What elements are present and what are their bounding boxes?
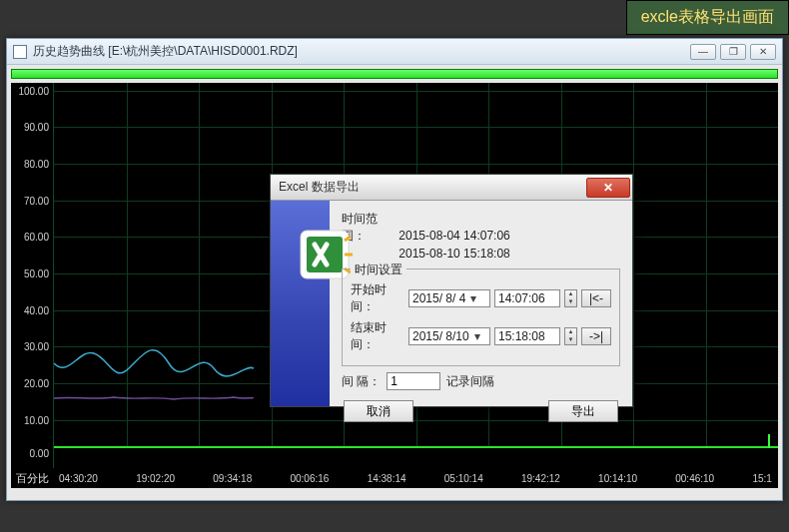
y-tick: 70.00 [11, 195, 49, 206]
x-tick: 19:02:20 [136, 473, 175, 484]
interval-input[interactable] [387, 372, 440, 390]
time-settings-group: 时间设置 开始时间： 2015/ 8/ 4▾ 14:07:06 ▲▼ |<- 结… [342, 268, 620, 366]
y-tick: 90.00 [11, 122, 49, 133]
interval-label: 间 隔： [342, 373, 381, 390]
y-tick: 100.00 [11, 85, 49, 96]
dialog-titlebar[interactable]: Excel 数据导出 ✕ [271, 175, 632, 201]
x-tick: 14:38:14 [368, 473, 406, 484]
range-from: 2015-08-04 14:07:06 [398, 229, 509, 243]
y-tick: 50.00 [11, 268, 49, 279]
export-button[interactable]: 导出 [548, 400, 618, 422]
y-tick: 30.00 [11, 341, 49, 352]
chevron-down-icon: ▾ [471, 329, 483, 343]
y-axis-label: 百分比 [11, 471, 53, 486]
dialog-close-button[interactable]: ✕ [586, 178, 630, 198]
progress-bar [11, 69, 778, 79]
end-date-picker[interactable]: 2015/ 8/10▾ [408, 327, 490, 345]
interval-unit: 记录间隔 [446, 373, 494, 390]
cancel-button[interactable]: 取消 [344, 400, 413, 422]
y-tick: 60.00 [11, 232, 49, 243]
chevron-down-icon: ▾ [467, 291, 479, 305]
minimize-button[interactable]: — [690, 44, 716, 60]
x-tick: 00:46:10 [675, 473, 714, 484]
svg-rect-1 [307, 237, 343, 272]
x-tick: 05:10:14 [444, 473, 483, 484]
dialog-sidebar [271, 201, 330, 406]
end-time-picker[interactable]: 15:18:08 [494, 327, 560, 345]
start-time-spinner[interactable]: ▲▼ [564, 289, 577, 307]
x-axis: 百分比 04:30:20 19:02:20 09:34:18 00:06:16 … [11, 468, 778, 488]
start-time-label: 开始时间： [351, 281, 404, 315]
start-time-picker[interactable]: 14:07:06 [494, 289, 560, 307]
x-tick: 15:1 [752, 473, 771, 484]
y-tick: 0.00 [11, 447, 49, 458]
maximize-button[interactable]: ❐ [720, 44, 746, 60]
export-dialog: Excel 数据导出 ✕ 时间范围： 2015-08-04 14:07:06 2… [270, 174, 633, 407]
end-time-spinner[interactable]: ▲▼ [564, 327, 577, 345]
close-button[interactable]: ✕ [750, 44, 776, 60]
time-settings-legend: 时间设置 [351, 262, 406, 278]
y-tick: 80.00 [11, 159, 49, 170]
annotation-badge: excle表格导出画面 [626, 0, 789, 35]
trend-curves [54, 268, 254, 448]
window-title: 历史趋势曲线 [E:\杭州美控\DATA\HISD0001.RDZ] [33, 43, 690, 60]
titlebar[interactable]: 历史趋势曲线 [E:\杭州美控\DATA\HISD0001.RDZ] — ❐ ✕ [7, 39, 782, 65]
document-icon [13, 45, 27, 59]
start-date-picker[interactable]: 2015/ 8/ 4▾ [408, 289, 490, 307]
data-spike [768, 434, 770, 448]
y-axis: 100.00 90.00 80.00 70.00 60.00 50.00 40.… [11, 83, 53, 468]
goto-last-button[interactable]: ->| [581, 327, 611, 345]
baseline-trace [54, 446, 778, 448]
y-tick: 20.00 [11, 378, 49, 389]
y-tick: 40.00 [11, 304, 49, 315]
x-tick: 00:06:16 [290, 473, 329, 484]
y-tick: 10.00 [11, 414, 49, 425]
x-tick: 09:34:18 [213, 473, 252, 484]
goto-first-button[interactable]: |<- [581, 289, 611, 307]
x-tick: 19:42:12 [521, 473, 560, 484]
dialog-title: Excel 数据导出 [279, 179, 586, 196]
range-to: 2015-08-10 15:18:08 [398, 247, 509, 261]
x-tick: 10:14:10 [598, 473, 637, 484]
end-time-label: 结束时间： [351, 319, 404, 353]
x-tick: 04:30:20 [59, 473, 98, 484]
